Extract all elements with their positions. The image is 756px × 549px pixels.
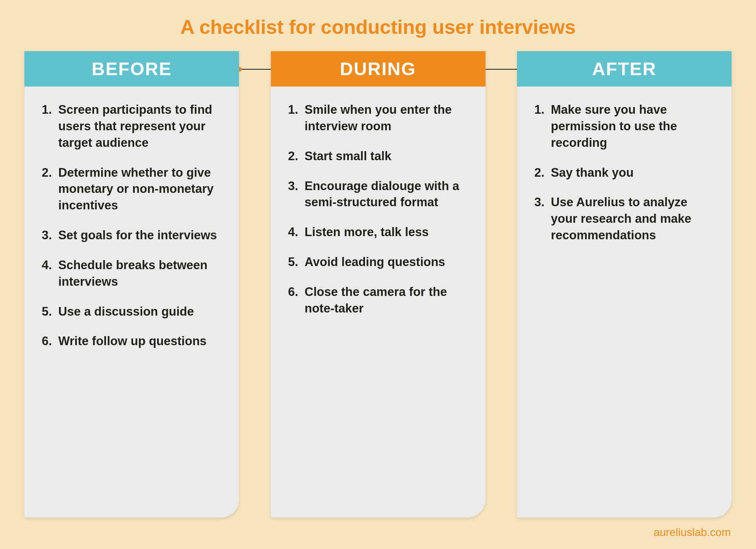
column-body-after: Make sure you have permission to use the…: [517, 87, 732, 518]
column-before: BEFORE Screen participants to find users…: [24, 51, 239, 518]
columns-row: BEFORE Screen participants to find users…: [24, 51, 732, 518]
list-item: Use Aurelius to analyze your research an…: [534, 194, 714, 244]
footer-attribution: aureliuslab.com: [654, 526, 731, 539]
list-item: Set goals for the interviews: [42, 227, 222, 244]
list-item: Make sure you have permission to use the…: [534, 102, 714, 151]
column-header-before: BEFORE: [24, 51, 239, 87]
column-after: AFTER Make sure you have permission to u…: [517, 51, 732, 518]
column-header-during: DURING: [271, 51, 485, 87]
list-item: Screen participants to find users that r…: [42, 102, 222, 151]
list-item: Schedule breaks between interviews: [42, 257, 222, 290]
column-during: DURING Smile when you enter the intervie…: [271, 51, 485, 518]
checklist-stage: BEFORE Screen participants to find users…: [24, 51, 732, 518]
list-item: Listen more, talk less: [288, 224, 468, 240]
list-item: Smile when you enter the interview room: [288, 102, 468, 135]
list-item: Encourage dialouge with a semi-structure…: [288, 178, 468, 211]
list-item: Determine whether to give monetary or no…: [42, 165, 222, 214]
page-title: A checklist for conducting user intervie…: [0, 0, 756, 39]
list-item: Start small talk: [288, 148, 468, 165]
list-item: Say thank you: [534, 165, 714, 181]
list-item: Close the camera for the note-taker: [288, 284, 468, 317]
column-header-after: AFTER: [517, 51, 732, 87]
list-item: Use a discussion guide: [42, 303, 222, 320]
list-item: Avoid leading questions: [288, 254, 468, 270]
column-body-before: Screen participants to find users that r…: [24, 87, 239, 518]
list-item: Write follow up questions: [42, 333, 222, 349]
column-body-during: Smile when you enter the interview room …: [271, 87, 485, 518]
